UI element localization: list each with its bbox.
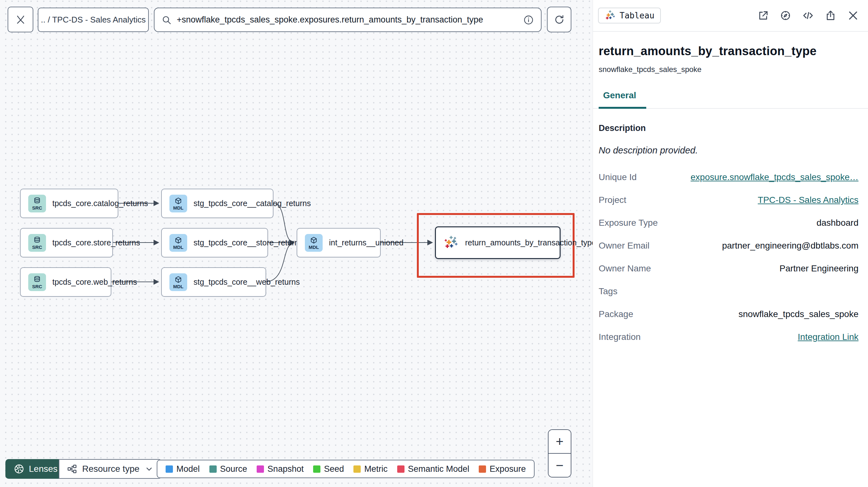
owner-email-value: partner_engineering@dbtlabs.com <box>722 241 859 251</box>
close-lineage-button[interactable] <box>8 7 33 32</box>
node-label: tpcds_core.web_returns <box>52 278 137 287</box>
legend-item-source: Source <box>209 464 247 474</box>
node-label: stg_tpcds_core__web_returns <box>193 278 300 287</box>
page-title: return_amounts_by_transaction_type <box>599 44 859 58</box>
legend-item-metric: Metric <box>353 464 388 474</box>
field-row-integration: Integration Integration Link <box>599 332 859 342</box>
external-link-icon[interactable] <box>757 10 769 21</box>
breadcrumb-label: .. / TPC-DS - Sales Analytics <box>41 15 146 25</box>
cube-icon <box>174 275 182 284</box>
tableau-logo-icon <box>604 10 616 21</box>
lineage-search[interactable] <box>154 8 541 32</box>
chevron-down-icon <box>145 464 154 474</box>
tableau-badge[interactable]: Tableau <box>598 8 661 24</box>
exposure-type-value: dashboard <box>816 218 859 228</box>
package-value: snowflake_tpcds_sales_spoke <box>739 309 859 319</box>
cube-icon <box>174 236 182 245</box>
node-source-store-returns[interactable]: SRC tpcds_core.store_returns <box>20 228 113 257</box>
field-row-tags: Tags <box>599 286 859 296</box>
resource-type-dropdown[interactable]: Resource type <box>59 459 162 479</box>
unique-id-link[interactable]: exposure.snowflake_tpcds_sales_spoke… <box>691 172 859 182</box>
legend-chip <box>479 465 486 473</box>
source-badge: SRC <box>28 195 46 213</box>
node-exposure-return-amounts[interactable]: return_amounts_by_transaction_type <box>435 226 561 259</box>
resource-type-label: Resource type <box>82 464 140 474</box>
panel-body: Description No description provided. Uni… <box>593 109 868 342</box>
search-input[interactable] <box>177 15 518 25</box>
tableau-badge-label: Tableau <box>620 11 654 20</box>
description-label: Description <box>599 123 859 133</box>
model-badge: MDL <box>169 273 187 291</box>
node-label: return_amounts_by_transaction_type <box>465 238 596 247</box>
legend-item-snapshot: Snapshot <box>257 464 304 474</box>
share-icon[interactable] <box>825 10 836 21</box>
source-badge: SRC <box>28 234 46 252</box>
legend-chip <box>165 465 173 473</box>
details-fields: Unique Id exposure.snowflake_tpcds_sales… <box>599 172 859 342</box>
close-panel-icon[interactable] <box>847 9 859 22</box>
legend-item-semantic-model: Semantic Model <box>397 464 469 474</box>
details-panel-header: Tableau <box>593 0 868 32</box>
close-icon <box>15 14 26 25</box>
legend-chip <box>353 465 361 473</box>
node-label: tpcds_core.catalog_returns <box>52 199 148 208</box>
package-subtitle: snowflake_tpcds_sales_spoke <box>599 65 859 74</box>
field-row-project: Project TPC-DS - Sales Analytics <box>599 195 859 205</box>
zoom-out-button[interactable]: − <box>549 454 571 477</box>
source-badge: SRC <box>28 273 46 291</box>
lenses-button[interactable]: Lenses <box>5 459 66 479</box>
panel-title-block: return_amounts_by_transaction_type snowf… <box>593 32 868 74</box>
node-label: stg_tpcds_core__catalog_returns <box>193 199 311 208</box>
field-row-exposure-type: Exposure Type dashboard <box>599 218 859 228</box>
cube-icon <box>174 197 182 205</box>
resource-type-legend: Model Source Snapshot Seed Metric Semant… <box>157 460 534 478</box>
node-label: int_returns__unioned <box>329 238 404 247</box>
search-icon <box>161 15 172 25</box>
breadcrumb[interactable]: .. / TPC-DS - Sales Analytics <box>38 8 149 32</box>
legend-chip <box>397 465 404 473</box>
lineage-canvas[interactable]: .. / TPC-DS - Sales Analytics <box>0 0 593 487</box>
node-label: tpcds_core.store_returns <box>52 238 140 247</box>
database-icon <box>33 275 41 284</box>
node-model-stg-catalog-returns[interactable]: MDL stg_tpcds_core__catalog_returns <box>161 189 274 218</box>
node-model-int-returns-unioned[interactable]: MDL int_returns__unioned <box>297 228 381 257</box>
field-row-owner-email: Owner Email partner_engineering@dbtlabs.… <box>599 241 859 251</box>
legend-chip <box>313 465 320 473</box>
compass-icon[interactable] <box>780 10 791 21</box>
node-source-web-returns[interactable]: SRC tpcds_core.web_returns <box>20 267 111 297</box>
node-source-catalog-returns[interactable]: SRC tpcds_core.catalog_returns <box>20 189 118 218</box>
field-row-owner-name: Owner Name Partner Engineering <box>599 263 859 273</box>
node-model-stg-store-returns[interactable]: MDL stg_tpcds_core__store_returns <box>161 228 268 257</box>
refresh-icon <box>554 14 565 25</box>
field-row-unique-id: Unique Id exposure.snowflake_tpcds_sales… <box>599 172 859 182</box>
tableau-logo-icon <box>443 235 459 251</box>
code-icon[interactable] <box>802 9 814 22</box>
legend-item-exposure: Exposure <box>479 464 526 474</box>
aperture-icon <box>13 463 24 474</box>
node-model-stg-web-returns[interactable]: MDL stg_tpcds_core__web_returns <box>161 267 266 297</box>
database-icon <box>33 236 41 245</box>
zoom-controls: + − <box>548 429 571 478</box>
zoom-in-button[interactable]: + <box>549 430 571 454</box>
project-link[interactable]: TPC-DS - Sales Analytics <box>758 195 859 205</box>
tab-general[interactable]: General <box>599 90 646 109</box>
cube-icon <box>310 236 318 245</box>
database-icon <box>33 197 41 205</box>
panel-tabs: General <box>593 90 868 109</box>
description-value: No description provided. <box>599 145 859 156</box>
refresh-lineage-button[interactable] <box>547 7 571 32</box>
model-badge: MDL <box>305 234 323 252</box>
panel-header-actions <box>757 9 859 22</box>
hierarchy-icon <box>67 464 77 474</box>
legend-item-seed: Seed <box>313 464 344 474</box>
field-row-package: Package snowflake_tpcds_sales_spoke <box>599 309 859 319</box>
dbt-explorer-lineage-app: .. / TPC-DS - Sales Analytics <box>0 0 868 487</box>
model-badge: MDL <box>169 234 187 252</box>
info-icon[interactable] <box>523 14 534 25</box>
model-badge: MDL <box>169 195 187 213</box>
integration-link[interactable]: Integration Link <box>798 332 859 342</box>
details-panel: Tableau return_am <box>593 0 868 487</box>
legend-item-model: Model <box>165 464 200 474</box>
lenses-label: Lenses <box>29 464 57 474</box>
legend-chip <box>209 465 217 473</box>
